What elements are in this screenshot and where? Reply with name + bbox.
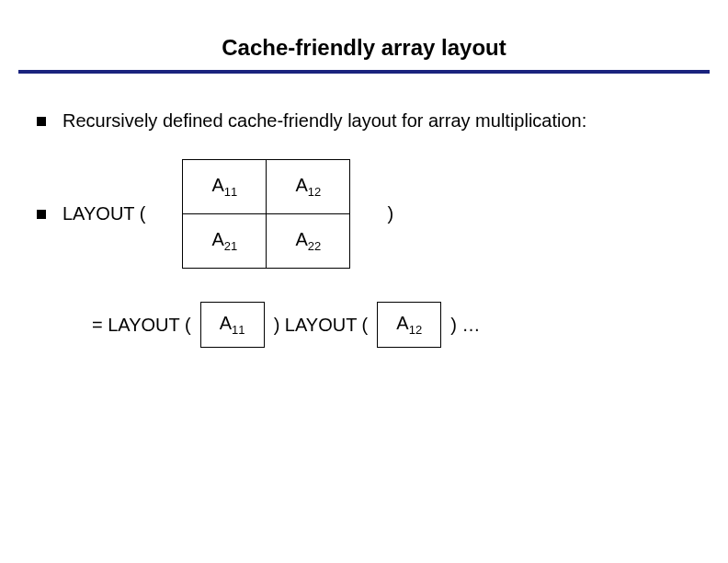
matrix-2x2: A11 A12 A21 A22 [182,159,350,269]
cell-a12: A12 [377,302,441,348]
cell-a11: A11 [200,302,265,348]
matrix-cell-a12: A12 [267,160,350,214]
layout-label: LAYOUT ( [63,203,145,224]
bullet-1-text: Recursively defined cache-friendly layou… [63,110,586,132]
layout-definition-row: LAYOUT ( A11 A12 A21 A22 ) [37,159,691,269]
eq-prefix: = LAYOUT ( [92,315,191,336]
equals-row: = LAYOUT ( A11 ) LAYOUT ( A12 ) … [92,302,691,348]
matrix-cell-a22: A22 [267,214,350,269]
matrix-cell-a21: A21 [183,214,267,269]
slide-title: Cache-friendly array layout [0,0,728,70]
eq-tail: ) … [450,315,480,336]
matrix-cell-a11: A11 [183,160,267,214]
close-paren: ) [387,203,393,224]
eq-mid: ) LAYOUT ( [274,315,369,336]
square-bullet-icon [37,117,46,126]
square-bullet-icon [37,210,46,219]
bullet-1: Recursively defined cache-friendly layou… [37,110,691,132]
content-area: Recursively defined cache-friendly layou… [0,74,728,348]
